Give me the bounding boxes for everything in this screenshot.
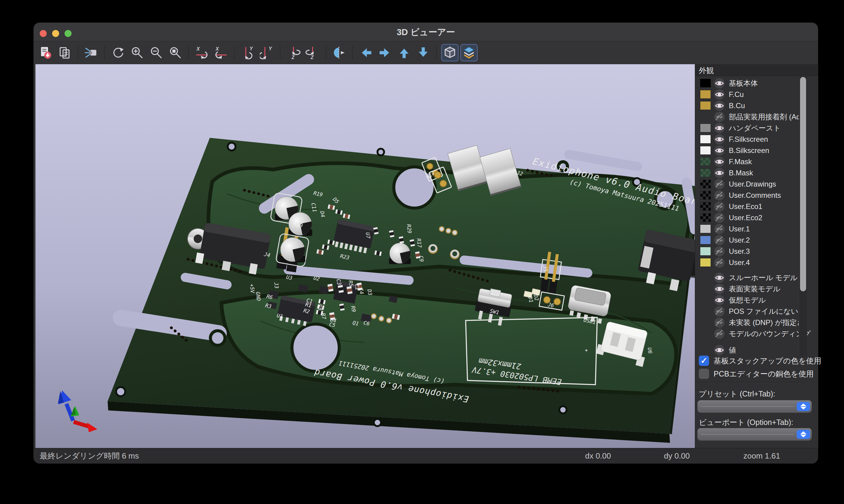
layers-icon: [462, 46, 476, 60]
visibility-eye-off-icon[interactable]: [714, 111, 725, 122]
layer-label: 部品実装用接着剤 (Adh: [729, 112, 804, 122]
layer-label: User.1: [729, 225, 750, 233]
visibility-eye-off-icon[interactable]: [714, 179, 725, 190]
visibility-eye-off-icon[interactable]: [714, 246, 725, 257]
layer-color-swatch[interactable]: [700, 224, 711, 233]
layer-color-swatch[interactable]: [700, 168, 711, 177]
3d-viewport[interactable]: Exidiophone v6.0 Audio Board (c) Tomoya …: [35, 64, 695, 448]
rotate-y-cw-button[interactable]: Y: [239, 44, 257, 61]
layer-label: User.2: [729, 236, 750, 245]
scrollbar-thumb[interactable]: [800, 77, 806, 291]
layer-label: User.Eco2: [729, 214, 762, 222]
arrow-up-icon: [397, 46, 411, 60]
layer-label: F.Mask: [729, 158, 752, 166]
orthographic-projection-button[interactable]: [441, 44, 459, 61]
visibility-eye-icon[interactable]: [714, 145, 725, 156]
redraw-button[interactable]: [109, 44, 127, 61]
arrow-left-icon: [359, 46, 373, 60]
move-right-button[interactable]: [376, 44, 394, 61]
use-stackup-colors-checkbox[interactable]: [699, 356, 709, 366]
layer-color-swatch[interactable]: [700, 247, 711, 256]
visibility-eye-off-icon[interactable]: [714, 223, 725, 234]
preset-dropdown[interactable]: [697, 400, 812, 413]
scrollbar-track[interactable]: [799, 76, 807, 357]
toolbar-separator: [326, 46, 326, 60]
visibility-eye-off-icon[interactable]: [714, 328, 725, 339]
visibility-eye-off-icon[interactable]: [714, 306, 725, 317]
visibility-eye-icon[interactable]: [714, 89, 725, 100]
refdes-label: U1: [276, 312, 283, 320]
move-up-button[interactable]: [395, 44, 413, 61]
use-pcb-copper-colors-row: PCBエディターの銅色を使用: [699, 368, 814, 379]
visibility-eye-icon[interactable]: [714, 134, 725, 145]
layer-label: F.Cu: [729, 90, 744, 99]
rotate-z-ccw-button[interactable]: Z: [304, 44, 321, 61]
layer-color-swatch[interactable]: [700, 135, 711, 144]
preset-label: プリセット (Ctrl+Tab):: [699, 389, 775, 399]
rotate-y-ccw-button[interactable]: Y: [258, 44, 276, 61]
refdes-label: Q1: [352, 320, 359, 327]
visibility-eye-off-icon[interactable]: [714, 201, 725, 212]
dy-status: dy 0.00: [664, 448, 690, 463]
layer-color-swatch[interactable]: [700, 180, 711, 188]
move-down-button[interactable]: [414, 44, 432, 61]
zoom-in-button[interactable]: [128, 44, 146, 61]
render-time-status: 最終レンダリング時間 6 ms: [40, 448, 139, 463]
copy-image-button[interactable]: [56, 44, 73, 61]
toolbar: X X Y Y Z Z: [34, 41, 818, 64]
move-left-button[interactable]: [357, 44, 375, 61]
visibility-eye-icon[interactable]: [714, 156, 725, 167]
zoom-in-icon: [130, 46, 144, 60]
visibility-eye-icon[interactable]: [714, 295, 725, 306]
refdes-label: R9: [350, 305, 357, 312]
layer-color-swatch[interactable]: [700, 90, 711, 99]
layer-label: 表面実装モデル: [729, 284, 780, 294]
zoom-out-button[interactable]: [147, 44, 165, 61]
appearance-layers-button[interactable]: [460, 44, 478, 61]
flip-board-button[interactable]: [330, 44, 348, 61]
layer-color-swatch[interactable]: [700, 101, 711, 110]
layer-color-swatch[interactable]: [700, 236, 711, 245]
viewport-dropdown[interactable]: [697, 428, 812, 440]
visibility-eye-icon[interactable]: [714, 272, 725, 283]
reload-board-button[interactable]: [37, 44, 54, 61]
refdes-label: C5: [329, 321, 336, 328]
visibility-eye-off-icon[interactable]: [714, 317, 725, 328]
zoom-status: zoom 1.61: [743, 448, 780, 463]
layer-label: B.Mask: [729, 169, 753, 177]
dropdown-stepper-icon[interactable]: [797, 430, 810, 439]
visibility-eye-icon[interactable]: [714, 100, 725, 111]
layer-color-swatch[interactable]: [700, 202, 711, 211]
layer-color-swatch[interactable]: [700, 79, 711, 88]
use-pcb-copper-colors-checkbox[interactable]: [699, 368, 709, 379]
layer-label: 仮想モデル: [729, 295, 766, 305]
layer-label: F.Silkscreen: [729, 135, 768, 144]
rotate-x-ccw-button[interactable]: X: [212, 44, 230, 61]
layer-color-swatch[interactable]: [700, 258, 711, 267]
layer-color-swatch[interactable]: [700, 146, 711, 155]
layer-color-swatch[interactable]: [700, 213, 711, 222]
rotate-z-cw-button[interactable]: Z: [285, 44, 302, 61]
visibility-eye-icon[interactable]: [714, 345, 725, 356]
visibility-eye-off-icon[interactable]: [714, 257, 725, 268]
visibility-eye-icon[interactable]: [714, 78, 725, 89]
layer-color-swatch[interactable]: [700, 157, 711, 166]
refdes-label: R7: [320, 312, 327, 320]
visibility-eye-off-icon[interactable]: [714, 235, 725, 246]
refdes-label: D3: [366, 288, 373, 296]
rotate-x-cw-button[interactable]: X: [193, 44, 211, 61]
visibility-eye-off-icon[interactable]: [714, 212, 725, 223]
layer-color-swatch[interactable]: [700, 191, 711, 200]
visibility-eye-off-icon[interactable]: [714, 190, 725, 201]
render-raytracing-button[interactable]: [83, 44, 100, 61]
layer-color-swatch[interactable]: [700, 124, 711, 132]
visibility-eye-icon[interactable]: [714, 167, 725, 178]
dx-status: dx 0.00: [585, 448, 611, 463]
svg-text:Y: Y: [269, 46, 272, 51]
visibility-eye-icon[interactable]: [714, 284, 725, 294]
visibility-eye-icon[interactable]: [714, 123, 725, 133]
dropdown-stepper-icon[interactable]: [797, 402, 810, 411]
refdes-label: U3: [286, 274, 293, 281]
toolbar-separator: [104, 46, 105, 60]
zoom-to-fit-button[interactable]: [167, 44, 184, 61]
